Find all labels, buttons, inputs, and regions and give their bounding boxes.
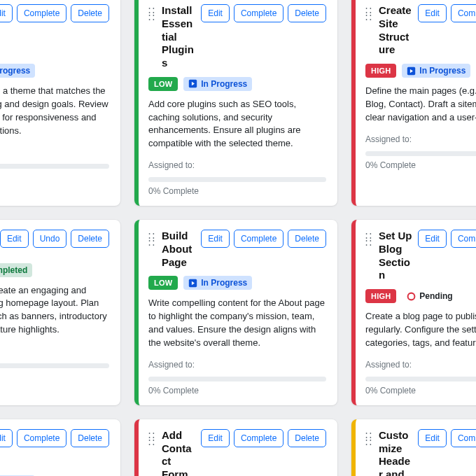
- status-badge: In Progress: [183, 77, 252, 91]
- delete-button[interactable]: Delete: [71, 4, 109, 22]
- play-square-icon: [188, 79, 197, 88]
- edit-button[interactable]: Edit: [418, 4, 447, 22]
- progress-text: 0% Complete: [0, 372, 109, 382]
- assigned-to-label: Assigned to:: [365, 360, 476, 370]
- progress-bar: [148, 377, 326, 382]
- edit-button[interactable]: Edit: [0, 230, 29, 248]
- svg-point-5: [408, 293, 415, 300]
- priority-badge: LOW: [148, 77, 178, 91]
- delete-button[interactable]: Delete: [71, 429, 109, 447]
- assigned-to-label: Assigned to:: [365, 134, 476, 144]
- complete-button[interactable]: Complete: [234, 230, 284, 248]
- status-badge: Pending: [402, 289, 457, 303]
- progress-bar: [0, 164, 109, 169]
- edit-button[interactable]: Edit: [201, 4, 230, 22]
- progress-bar: [0, 363, 109, 368]
- complete-button[interactable]: Complete: [17, 429, 66, 447]
- drag-handle-icon[interactable]: ∷∷: [148, 4, 156, 21]
- pending-circle-icon: [407, 292, 416, 301]
- edit-button[interactable]: Edit: [418, 429, 447, 447]
- task-title: Add Contact Form: [162, 429, 195, 476]
- progress-text: 0% Complete: [365, 160, 476, 170]
- progress-text: 0% Complete: [365, 386, 476, 396]
- assigned-to-label: Assigned to:: [0, 346, 109, 356]
- edit-button[interactable]: Edit: [0, 429, 13, 447]
- task-description: Create a blog page to publish articles r…: [365, 310, 476, 350]
- task-description: Collaborate to create an engaging and vi…: [0, 284, 109, 337]
- drag-handle-icon[interactable]: ∷∷: [148, 429, 156, 446]
- task-card: ∷∷Optimize for SEOEditCompleteDeleteLOWI…: [0, 419, 120, 476]
- task-card: ∷∷Add Contact FormEditCompleteDeleteHIGH…: [134, 419, 337, 476]
- edit-button[interactable]: Edit: [0, 4, 13, 22]
- complete-button[interactable]: Complete: [234, 4, 284, 22]
- complete-button[interactable]: Complete: [234, 429, 284, 447]
- task-description: Write compelling content for the About p…: [148, 297, 326, 349]
- assigned-to-label: Assigned to:: [148, 160, 326, 170]
- progress-bar: [365, 377, 476, 382]
- task-title: Customize Header and Footer: [379, 429, 412, 476]
- task-actions: EditCompleteDelete: [0, 4, 109, 22]
- task-description: Add core plugins such as SEO tools, cach…: [148, 98, 326, 150]
- task-actions: EditCompleteDelete: [201, 230, 326, 248]
- progress-bar: [365, 151, 476, 156]
- drag-handle-icon[interactable]: ∷∷: [148, 230, 156, 246]
- task-actions: EditCompleteDelete: [418, 230, 476, 248]
- play-square-icon: [407, 66, 416, 76]
- task-description: Select and install a theme that matches …: [0, 85, 109, 137]
- play-square-icon: [188, 279, 197, 288]
- status-badge: In Progress: [402, 64, 470, 78]
- priority-badge: LOW: [148, 276, 178, 290]
- task-card: ∷∷Install Essential PluginsEditCompleteD…: [134, 0, 337, 206]
- delete-button[interactable]: Delete: [288, 429, 326, 447]
- status-label: In Progress: [201, 278, 247, 288]
- task-title: Create Site Structure: [379, 4, 412, 57]
- assigned-to-label: Assigned to:: [148, 360, 326, 370]
- status-label: Pending: [419, 291, 452, 301]
- task-title: Install Essential Plugins: [162, 4, 195, 70]
- complete-button[interactable]: Complete: [451, 429, 476, 447]
- priority-badge: HIGH: [365, 64, 396, 78]
- progress-bar: [148, 177, 326, 182]
- delete-button[interactable]: Delete: [71, 230, 109, 248]
- task-actions: EditUndoDelete: [0, 230, 109, 248]
- task-card: ∷∷Create Site StructureEditCompleteDelet…: [351, 0, 476, 206]
- drag-handle-icon[interactable]: ∷∷: [365, 4, 373, 21]
- drag-handle-icon[interactable]: ∷∷: [365, 429, 373, 446]
- task-title: Set Up Blog Section: [379, 230, 412, 282]
- assigned-to-label: Assigned to:: [0, 147, 109, 157]
- status-label: In Progress: [201, 79, 247, 89]
- task-actions: EditCompleteDelete: [0, 429, 109, 447]
- status-label: In Progress: [0, 66, 30, 76]
- drag-handle-icon[interactable]: ∷∷: [365, 230, 373, 246]
- task-description: Define the main pages (e.g., Home, About…: [365, 85, 476, 125]
- progress-text: 0% Complete: [0, 173, 109, 183]
- task-card: ∷∷Homepage DesignEditUndoDeleteLOWComple…: [0, 220, 120, 405]
- priority-badge: HIGH: [365, 289, 396, 303]
- delete-button[interactable]: Delete: [288, 4, 326, 22]
- task-card: ∷∷Build About PageEditCompleteDeleteLOWI…: [134, 220, 337, 405]
- task-actions: EditCompleteDelete: [418, 429, 476, 447]
- status-label: In Progress: [419, 66, 465, 76]
- status-badge: In Progress: [0, 64, 35, 78]
- task-card: ∷∷Set Up Blog SectionEditCompleteDeleteH…: [351, 220, 476, 405]
- task-actions: EditCompleteDelete: [418, 4, 476, 22]
- complete-button[interactable]: Complete: [451, 230, 476, 248]
- status-badge: Completed: [0, 263, 32, 277]
- complete-button[interactable]: Complete: [17, 4, 66, 22]
- status-label: Completed: [0, 265, 27, 275]
- task-card: ∷∷Choose ThemeEditCompleteDeleteLOWIn Pr…: [0, 0, 120, 206]
- task-actions: EditCompleteDelete: [201, 4, 326, 22]
- status-badge: In Progress: [183, 276, 252, 290]
- edit-button[interactable]: Edit: [201, 230, 230, 248]
- task-card: ∷∷Customize Header and FooterEditComplet…: [351, 419, 476, 476]
- progress-text: 0% Complete: [148, 186, 326, 196]
- progress-text: 0% Complete: [148, 386, 326, 396]
- task-title: Build About Page: [162, 230, 195, 269]
- complete-button[interactable]: Complete: [451, 4, 476, 22]
- edit-button[interactable]: Edit: [201, 429, 230, 447]
- edit-button[interactable]: Edit: [418, 230, 447, 248]
- task-actions: EditCompleteDelete: [201, 429, 326, 447]
- undo-button[interactable]: Undo: [33, 230, 67, 248]
- delete-button[interactable]: Delete: [288, 230, 326, 248]
